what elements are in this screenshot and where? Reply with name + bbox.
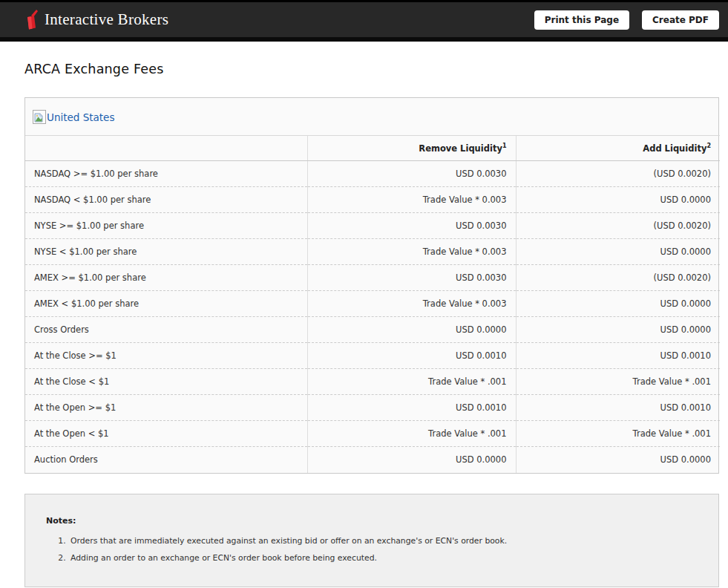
remove-liquidity-label: Remove Liquidity xyxy=(419,143,502,154)
note-item-1: Orders that are immediately executed aga… xyxy=(68,536,698,546)
broken-image-icon xyxy=(33,110,46,124)
remove-liquidity-header: Remove Liquidity1 xyxy=(307,136,516,161)
table-row: At the Close >= $1 USD 0.0010 USD 0.0010 xyxy=(25,343,720,369)
fee-row-label: At the Open < $1 xyxy=(25,421,307,447)
interactive-brokers-logo: Interactive Brokers xyxy=(24,10,168,30)
fee-row-label: NASDAQ < $1.00 per share xyxy=(25,187,307,213)
ib-logo-icon xyxy=(24,10,39,30)
table-row: Auction Orders USD 0.0000 USD 0.0000 xyxy=(25,447,720,473)
fee-row-label: At the Close < $1 xyxy=(25,369,307,395)
notes-list: Orders that are immediately executed aga… xyxy=(46,536,698,563)
table-row: NYSE < $1.00 per share Trade Value * 0.0… xyxy=(25,239,720,265)
fee-row-label: AMEX >= $1.00 per share xyxy=(25,265,307,291)
fee-remove-value: USD 0.0010 xyxy=(307,395,516,421)
fee-add-value: USD 0.0000 xyxy=(516,317,720,343)
fee-remove-value: Trade Value * .001 xyxy=(307,369,516,395)
table-row: At the Close < $1 Trade Value * .001 Tra… xyxy=(25,369,720,395)
fee-add-value: (USD 0.0020) xyxy=(516,213,720,239)
region-link-united-states[interactable]: United States xyxy=(47,111,114,123)
print-page-button[interactable]: Print this Page xyxy=(534,10,629,30)
fee-add-value: Trade Value * .001 xyxy=(516,421,720,447)
fee-add-value: USD 0.0010 xyxy=(516,343,720,369)
fee-row-label: NYSE < $1.00 per share xyxy=(25,239,307,265)
fee-row-label: At the Open >= $1 xyxy=(25,395,307,421)
fee-remove-value: Trade Value * 0.003 xyxy=(307,187,516,213)
fee-add-value: USD 0.0000 xyxy=(516,291,720,317)
fee-row-label: At the Close >= $1 xyxy=(25,343,307,369)
table-row: Cross Orders USD 0.0000 USD 0.0000 xyxy=(25,317,720,343)
fee-row-label: NASDAQ >= $1.00 per share xyxy=(25,161,307,187)
fee-remove-value: Trade Value * 0.003 xyxy=(307,291,516,317)
note-item-2: Adding an order to an exchange or ECN's … xyxy=(68,553,698,563)
empty-header-cell xyxy=(25,136,307,161)
table-row: At the Open >= $1 USD 0.0010 USD 0.0010 xyxy=(25,395,720,421)
table-row: AMEX >= $1.00 per share USD 0.0030 (USD … xyxy=(25,265,720,291)
top-header: Interactive Brokers Print this Page Crea… xyxy=(0,0,728,42)
header-actions: Print this Page Create PDF xyxy=(534,10,719,30)
fee-add-value: (USD 0.0020) xyxy=(516,161,720,187)
fee-add-value: Trade Value * .001 xyxy=(516,369,720,395)
fees-table-header-row: Remove Liquidity1 Add Liquidity2 xyxy=(25,136,720,161)
table-row: NASDAQ >= $1.00 per share USD 0.0030 (US… xyxy=(25,161,720,187)
fee-row-label: Cross Orders xyxy=(25,317,307,343)
fee-add-value: USD 0.0000 xyxy=(516,187,720,213)
footnote-ref-1: 1 xyxy=(502,143,507,149)
fee-add-value: USD 0.0000 xyxy=(516,447,720,473)
add-liquidity-label: Add Liquidity xyxy=(643,143,706,154)
fees-table: Remove Liquidity1 Add Liquidity2 NASDAQ … xyxy=(25,135,720,473)
fee-remove-value: Trade Value * 0.003 xyxy=(307,239,516,265)
table-row: NYSE >= $1.00 per share USD 0.0030 (USD … xyxy=(25,213,720,239)
fee-remove-value: USD 0.0000 xyxy=(307,447,516,473)
table-row: AMEX < $1.00 per share Trade Value * 0.0… xyxy=(25,291,720,317)
table-row: NASDAQ < $1.00 per share Trade Value * 0… xyxy=(25,187,720,213)
create-pdf-button[interactable]: Create PDF xyxy=(642,10,719,30)
fee-remove-value: USD 0.0030 xyxy=(307,265,516,291)
fee-remove-value: USD 0.0030 xyxy=(307,213,516,239)
fee-remove-value: Trade Value * .001 xyxy=(307,421,516,447)
region-header: United States xyxy=(25,98,718,135)
page-title: ARCA Exchange Fees xyxy=(24,62,728,76)
fee-add-value: USD 0.0000 xyxy=(516,239,720,265)
fee-add-value: USD 0.0010 xyxy=(516,395,720,421)
add-liquidity-header: Add Liquidity2 xyxy=(516,136,720,161)
footnote-ref-2: 2 xyxy=(706,143,711,149)
fee-remove-value: USD 0.0010 xyxy=(307,343,516,369)
table-row: At the Open < $1 Trade Value * .001 Trad… xyxy=(25,421,720,447)
fee-row-label: NYSE >= $1.00 per share xyxy=(25,213,307,239)
fee-remove-value: USD 0.0000 xyxy=(307,317,516,343)
fee-row-label: Auction Orders xyxy=(25,447,307,473)
fee-remove-value: USD 0.0030 xyxy=(307,161,516,187)
fee-row-label: AMEX < $1.00 per share xyxy=(25,291,307,317)
fee-add-value: (USD 0.0020) xyxy=(516,265,720,291)
fees-table-container: United States Remove Liquidity1 Add Liqu… xyxy=(24,97,719,474)
notes-heading: Notes: xyxy=(46,516,698,526)
logo-wordmark: Interactive Brokers xyxy=(45,10,168,29)
notes-box: Notes: Orders that are immediately execu… xyxy=(24,494,719,587)
